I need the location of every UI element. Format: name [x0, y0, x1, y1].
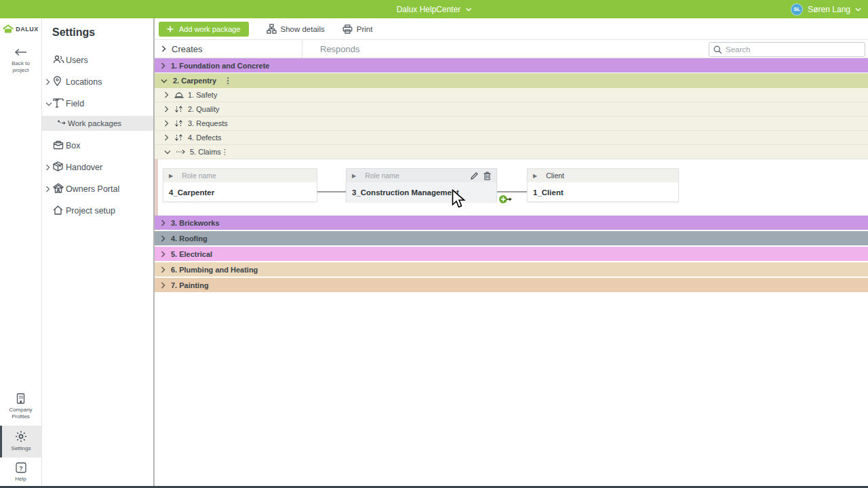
row-label: 4. Roofing: [171, 235, 208, 243]
row-label: 3. Brickworks: [171, 219, 220, 227]
row-painting[interactable]: 7. Painting: [155, 278, 868, 292]
column-creates[interactable]: Creates: [155, 44, 302, 54]
back-label-line1: Back to: [12, 60, 30, 67]
workflow-arrows-icon: [174, 105, 184, 113]
subrow-defects[interactable]: 4. Defects: [155, 131, 868, 145]
sidebar-item-owners-portal[interactable]: Owners Portal: [42, 178, 153, 200]
safety-helmet-icon: [174, 92, 184, 99]
sidebar-item-field[interactable]: Field: [42, 93, 153, 115]
home-icon: [53, 205, 63, 217]
top-bar: Dalux HelpCenter SL Søren Lang: [0, 0, 868, 18]
card-header-label: Client: [546, 171, 564, 180]
chevron-down-icon: [45, 102, 52, 106]
rail-item-company-profiles[interactable]: Company Profiles: [0, 388, 42, 426]
sidebar-item-locations[interactable]: Locations: [42, 71, 153, 93]
owners-portal-icon: [53, 183, 64, 195]
card-client[interactable]: ▶ Client 1_Client: [527, 168, 679, 202]
chevron-right-icon: [45, 186, 50, 192]
logo-text: DALUX: [16, 26, 39, 33]
card-header-label: Role name: [365, 171, 399, 180]
card-header: ▶ Role name: [347, 169, 496, 182]
subrow-requests[interactable]: 3. Requests: [155, 117, 868, 131]
row-plumbing-and-heating[interactable]: 6. Plumbing and Heating: [155, 262, 868, 277]
card-header-label: Role name: [182, 171, 216, 180]
row-electrical[interactable]: 5. Electrical: [155, 247, 868, 261]
chevron-down-icon: [164, 150, 171, 155]
rail-label: Settings: [2, 445, 41, 452]
gear-icon: [2, 430, 41, 444]
avatar: SL: [791, 3, 803, 16]
rail-item-help[interactable]: ? Help: [0, 458, 42, 488]
chevron-right-icon: [45, 164, 50, 171]
project-switcher[interactable]: Dalux HelpCenter: [397, 5, 472, 14]
card-construction-management[interactable]: ▶ Role name 3_Construction Management: [346, 168, 497, 202]
flow-connector: [317, 191, 346, 192]
settings-sidebar: Settings Users Locations Field: [42, 18, 155, 488]
row-label: 2. Carpentry: [173, 77, 216, 85]
chevron-right-icon: [45, 79, 50, 85]
row-label: 5. Electrical: [171, 250, 212, 258]
dalux-logo[interactable]: DALUX: [3, 24, 39, 33]
row-label: 1. Foundation and Concrete: [171, 62, 269, 70]
add-work-package-button[interactable]: Add work package: [159, 22, 249, 37]
rail-item-settings[interactable]: Settings: [0, 426, 42, 458]
kebab-menu-icon[interactable]: ⋮: [221, 148, 229, 157]
chevron-right-icon: [161, 282, 165, 289]
card-carpenter[interactable]: ▶ Role name 4_Carpenter: [163, 168, 317, 202]
row-foundation-and-concrete[interactable]: 1. Foundation and Concrete: [155, 58, 868, 73]
subrow-claims[interactable]: 5. Claims ⋮: [155, 145, 868, 159]
user-name: Søren Lang: [808, 5, 850, 14]
triangle-right-icon: ▶: [352, 173, 356, 179]
building-icon: [1, 393, 41, 405]
sidebar-item-handover[interactable]: Handover: [42, 157, 153, 178]
sidebar-item-box[interactable]: Box: [42, 135, 153, 157]
delete-trash-icon[interactable]: [484, 171, 491, 180]
print-label: Print: [357, 25, 373, 33]
chevron-right-icon: [164, 134, 169, 141]
search-input[interactable]: [726, 45, 861, 54]
subrow-quality[interactable]: 2. Quality: [155, 102, 868, 117]
print-button[interactable]: Print: [342, 24, 373, 34]
row-label: 7. Painting: [171, 281, 209, 289]
edit-pencil-icon[interactable]: [470, 171, 479, 180]
sidebar-item-users[interactable]: Users: [42, 49, 153, 71]
back-to-project-button[interactable]: Back to project: [12, 47, 30, 74]
add-work-package-label: Add work package: [179, 25, 241, 33]
chevron-right-icon: [164, 120, 169, 127]
add-connection-icon[interactable]: [498, 195, 512, 204]
chevron-down-icon: [161, 79, 167, 83]
chevron-right-icon: [161, 62, 165, 69]
package-icon: [53, 161, 63, 174]
location-pin-icon: [53, 76, 62, 88]
help-icon: ?: [1, 462, 41, 474]
search-box[interactable]: [709, 42, 865, 57]
row-roofing[interactable]: 4. Roofing: [155, 231, 868, 245]
back-label-line2: project: [12, 67, 30, 74]
sidebar-item-label: Users: [66, 56, 88, 65]
printer-icon: [342, 24, 353, 34]
user-menu[interactable]: SL Søren Lang: [791, 3, 861, 16]
subrow-label: 2. Quality: [188, 105, 219, 113]
toolbar: Add work package Show details Print: [155, 18, 868, 39]
row-brickworks[interactable]: 3. Brickworks: [155, 216, 868, 230]
sidebar-item-label: Handover: [66, 163, 102, 172]
subrow-label: 4. Defects: [188, 134, 222, 142]
chevron-right-icon: [161, 235, 165, 242]
subrow-safety[interactable]: 1. Safety: [155, 88, 868, 102]
dashed-arrow-right-icon: [176, 149, 186, 155]
chevron-down-icon: [855, 7, 861, 12]
column-creates-label: Creates: [172, 44, 203, 54]
show-details-button[interactable]: Show details: [267, 24, 325, 34]
edge-strip: [155, 159, 158, 216]
sidebar-item-label: Owners Portal: [66, 184, 119, 194]
work-packages-main: Add work package Show details Print Crea…: [155, 18, 868, 488]
sidebar-item-project-setup[interactable]: Project setup: [42, 200, 153, 222]
chevron-right-icon: [164, 106, 169, 113]
plus-icon: [167, 26, 174, 33]
row-carpentry[interactable]: 2. Carpentry ⋮: [155, 73, 868, 88]
sidebar-item-work-packages[interactable]: Work packages: [42, 116, 153, 131]
workflow-arrows-icon: [174, 134, 184, 142]
subrow-label: 3. Requests: [188, 119, 228, 127]
claims-flow-panel: ▶ Role name 4_Carpenter ▶ Role name: [155, 159, 868, 216]
kebab-menu-icon[interactable]: ⋮: [224, 76, 232, 85]
